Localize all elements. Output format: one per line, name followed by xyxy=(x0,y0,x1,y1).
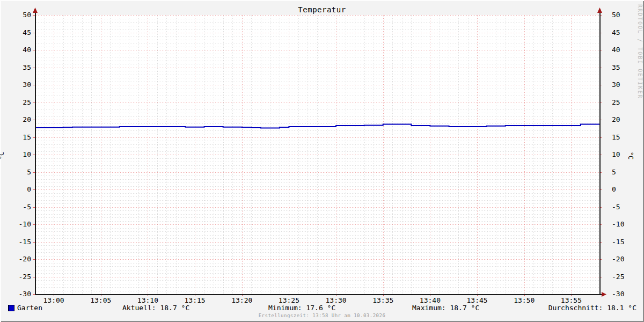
legend-swatch-garten xyxy=(8,305,14,311)
svg-text:35: 35 xyxy=(23,63,31,71)
svg-text:-15: -15 xyxy=(19,238,31,246)
svg-text:-20: -20 xyxy=(612,255,624,263)
svg-text:10: 10 xyxy=(23,150,31,158)
svg-text:13:50: 13:50 xyxy=(514,296,535,304)
svg-text:5: 5 xyxy=(612,168,616,176)
svg-text:30: 30 xyxy=(612,80,620,89)
svg-text:45: 45 xyxy=(23,28,31,36)
stat-aktuell: Aktuell: 18.7 °C xyxy=(122,304,189,312)
svg-text:13:15: 13:15 xyxy=(184,296,205,304)
svg-text:13:10: 13:10 xyxy=(137,296,158,304)
svg-text:13:20: 13:20 xyxy=(231,296,252,304)
stat-maximum: Maximum: 18.7 °C xyxy=(412,304,479,312)
creation-timestamp: Erstellungszeit: 13:58 Uhr am 10.03.2026 xyxy=(0,313,644,318)
svg-text:13:05: 13:05 xyxy=(90,296,111,304)
stat-minimum: Minimum: 17.6 °C xyxy=(268,304,335,312)
svg-text:20: 20 xyxy=(612,115,620,123)
svg-text:20: 20 xyxy=(23,115,31,123)
y-axis-labels-left: 50454035302520151050-5-10-15-20-25-30 xyxy=(19,11,31,298)
svg-text:-10: -10 xyxy=(19,220,31,228)
svg-text:-10: -10 xyxy=(612,220,624,228)
y-axis-unit-right: °C xyxy=(627,152,634,159)
chart-canvas: 50454035302520151050-5-10-15-20-25-30504… xyxy=(0,0,644,322)
svg-text:13:40: 13:40 xyxy=(420,296,441,304)
y-axis-labels-right: 50454035302520151050-5-10-15-20-25-30 xyxy=(612,11,624,298)
svg-text:13:30: 13:30 xyxy=(325,296,346,304)
legend-series-label: Garten xyxy=(17,304,42,312)
svg-text:15: 15 xyxy=(612,133,620,141)
svg-text:13:00: 13:00 xyxy=(43,296,64,304)
svg-text:13:35: 13:35 xyxy=(372,296,393,304)
svg-text:-30: -30 xyxy=(19,290,31,298)
svg-text:-25: -25 xyxy=(612,273,624,281)
svg-text:10: 10 xyxy=(612,150,620,158)
svg-text:0: 0 xyxy=(27,185,31,193)
chart-title: Temperatur xyxy=(0,5,644,14)
svg-text:40: 40 xyxy=(23,46,31,54)
rrdtool-watermark: RRDTOOL / TOBI OETIKER xyxy=(637,4,643,99)
svg-text:15: 15 xyxy=(23,133,31,141)
svg-text:13:55: 13:55 xyxy=(561,296,582,304)
svg-text:40: 40 xyxy=(612,46,620,54)
svg-text:0: 0 xyxy=(612,185,616,193)
svg-text:25: 25 xyxy=(612,98,620,106)
legend-row: Garten Aktuell: 18.7 °C Minimum: 17.6 °C… xyxy=(0,304,644,312)
rrdtool-graph: 50454035302520151050-5-10-15-20-25-30504… xyxy=(0,0,644,322)
svg-text:5: 5 xyxy=(27,168,31,176)
x-axis-labels: 13:0013:0513:1013:1513:2013:2513:3013:35… xyxy=(43,296,581,304)
svg-text:-20: -20 xyxy=(19,255,31,263)
svg-text:30: 30 xyxy=(23,80,31,89)
y-axis-unit-left: °C xyxy=(0,152,5,159)
stat-durchschnitt: Durchschnitt: 18.1 °C xyxy=(548,304,636,312)
svg-text:13:45: 13:45 xyxy=(466,296,487,304)
svg-text:13:25: 13:25 xyxy=(279,296,299,304)
svg-text:-5: -5 xyxy=(23,203,31,211)
svg-text:-5: -5 xyxy=(612,203,620,211)
svg-text:35: 35 xyxy=(612,63,620,71)
svg-text:45: 45 xyxy=(612,28,620,36)
svg-text:25: 25 xyxy=(23,98,31,106)
svg-text:-15: -15 xyxy=(612,238,624,246)
svg-text:-30: -30 xyxy=(612,290,624,298)
svg-text:-25: -25 xyxy=(19,273,31,281)
